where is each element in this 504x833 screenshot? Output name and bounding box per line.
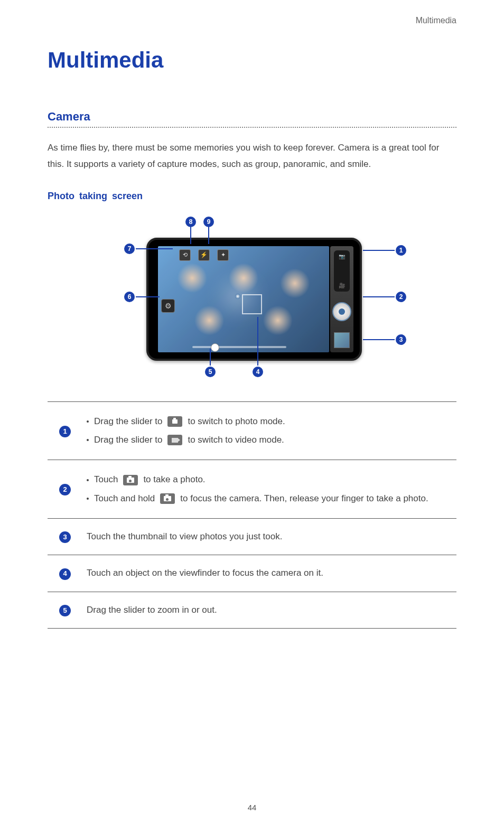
leader-line xyxy=(363,296,395,297)
leader-line xyxy=(136,248,173,249)
table-row: 4 Touch an object on the viewfinder to f… xyxy=(48,555,456,592)
photo-mode-icon: 📷 xyxy=(339,254,345,259)
section-heading-camera: Camera xyxy=(48,110,456,124)
row-content: Touch to take a photo. Touch and hold to… xyxy=(82,460,456,519)
effects-icon: ✦ xyxy=(217,249,229,261)
photo-mode-chip-icon xyxy=(167,416,182,427)
shutter-button xyxy=(332,302,351,321)
row-content: Touch an object on the viewfinder to foc… xyxy=(82,555,456,592)
callout-2: 2 xyxy=(396,292,406,302)
text-segment: Drag the slider to xyxy=(94,413,162,430)
callout-description-table: 1 Drag the slider to to switch to photo … xyxy=(48,401,456,629)
video-mode-chip-icon xyxy=(167,435,182,445)
callout-8: 8 xyxy=(185,217,196,227)
row-number-badge: 3 xyxy=(59,531,71,543)
section-divider xyxy=(48,127,456,128)
callout-3: 3 xyxy=(396,334,406,345)
right-control-bar: 📷 🎥 xyxy=(330,246,353,352)
callout-4: 4 xyxy=(253,367,263,377)
zoom-slider xyxy=(192,346,286,348)
callout-6: 6 xyxy=(124,292,135,302)
focus-indicator xyxy=(242,294,262,314)
callout-7: 7 xyxy=(124,244,135,254)
shutter-lens-icon xyxy=(339,308,345,315)
text-segment: Touch xyxy=(94,471,118,488)
camera-screen-diagram: ⟲ ⚡ ✦ ⚙ 📷 🎥 1 2 xyxy=(83,217,421,391)
leader-line xyxy=(257,317,258,366)
table-row: 5 Drag the slider to zoom in or out. xyxy=(48,592,456,628)
bullet-icon xyxy=(87,439,89,441)
row-content: Drag the slider to to switch to photo mo… xyxy=(82,401,456,460)
table-row: 1 Drag the slider to to switch to photo … xyxy=(48,401,456,460)
text-segment: to switch to photo mode. xyxy=(188,413,285,430)
leader-line xyxy=(363,339,395,340)
switch-camera-icon: ⟲ xyxy=(179,249,191,261)
phone-frame: ⟲ ⚡ ✦ ⚙ 📷 🎥 xyxy=(146,238,362,361)
leader-line xyxy=(210,349,211,366)
row-number-badge: 2 xyxy=(59,484,71,495)
shutter-chip-icon xyxy=(123,475,138,485)
text-segment: to focus the camera. Then, release your … xyxy=(180,490,428,507)
callout-9: 9 xyxy=(203,217,214,227)
bullet-icon xyxy=(87,479,89,481)
video-mode-icon: 🎥 xyxy=(339,283,345,288)
chapter-title: Multimedia xyxy=(48,48,456,73)
top-icon-row: ⟲ ⚡ ✦ xyxy=(179,249,229,261)
table-row: 3 Touch the thumbnail to view photos you… xyxy=(48,519,456,555)
shutter-chip-icon xyxy=(160,493,175,504)
mode-slider: 📷 🎥 xyxy=(334,250,350,292)
row-number-badge: 5 xyxy=(59,605,71,616)
row-content: Touch the thumbnail to view photos you j… xyxy=(82,519,456,555)
callout-1: 1 xyxy=(396,245,406,256)
running-header: Multimedia xyxy=(48,16,456,25)
viewfinder: ⟲ ⚡ ✦ ⚙ xyxy=(158,246,329,352)
row-content: Drag the slider to zoom in or out. xyxy=(82,592,456,628)
bullet-icon xyxy=(87,498,89,500)
text-segment: to switch to video mode. xyxy=(188,432,284,448)
text-segment: Drag the slider to xyxy=(94,432,162,448)
gallery-thumbnail xyxy=(334,332,350,348)
leader-line xyxy=(363,250,395,251)
row-number-badge: 1 xyxy=(59,426,71,437)
flash-icon: ⚡ xyxy=(198,249,210,261)
subsection-heading: Photo taking screen xyxy=(48,191,456,202)
callout-5: 5 xyxy=(205,367,216,377)
manual-page: Multimedia Multimedia Camera As time fli… xyxy=(0,0,504,833)
settings-icon: ⚙ xyxy=(161,299,175,313)
table-row: 2 Touch to take a photo. Touch and hold … xyxy=(48,460,456,519)
row-number-badge: 4 xyxy=(59,568,71,580)
text-segment: Touch and hold xyxy=(94,490,155,507)
camera-intro-paragraph: As time flies by, there must be some mem… xyxy=(48,139,456,173)
bullet-icon xyxy=(87,420,89,423)
page-number: 44 xyxy=(0,803,504,812)
leader-line xyxy=(136,296,160,297)
text-segment: to take a photo. xyxy=(143,471,205,488)
